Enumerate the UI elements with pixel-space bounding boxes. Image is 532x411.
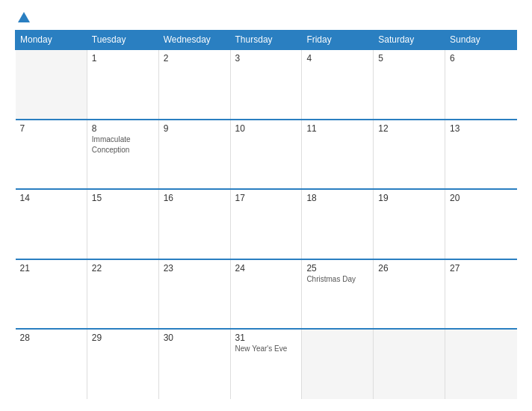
calendar-cell: 8Immaculate Conception (87, 120, 158, 190)
calendar-event: Christmas Day (306, 275, 356, 283)
week-row-3: 2122232425Christmas Day2627 (16, 259, 517, 330)
calendar-cell: 31New Year's Eve (230, 329, 302, 399)
calendar-cell (374, 329, 445, 399)
calendar-cell: 6 (445, 49, 517, 120)
weekday-header-wednesday: Wednesday (158, 31, 230, 50)
calendar-cell: 15 (87, 189, 158, 259)
day-number: 20 (450, 193, 512, 203)
day-number: 6 (450, 53, 512, 64)
day-number: 24 (235, 263, 297, 274)
calendar-cell: 23 (158, 259, 230, 330)
weekday-header-monday: Monday (16, 31, 87, 50)
calendar-cell: 1 (87, 49, 158, 120)
weekday-header-row: MondayTuesdayWednesdayThursdayFridaySatu… (16, 31, 517, 50)
calendar-cell: 30 (158, 329, 230, 399)
calendar-cell (445, 329, 517, 399)
day-number: 10 (235, 123, 297, 134)
calendar-cell: 5 (374, 49, 445, 120)
day-number: 17 (235, 193, 297, 203)
calendar-page: MondayTuesdayWednesdayThursdayFridaySatu… (0, 0, 532, 411)
weekday-header-friday: Friday (302, 31, 374, 50)
day-number: 8 (92, 123, 154, 134)
day-number: 25 (306, 263, 368, 274)
week-row-2: 14151617181920 (16, 189, 517, 259)
day-number: 18 (306, 193, 368, 203)
weekday-header-saturday: Saturday (374, 31, 445, 50)
calendar-cell: 22 (87, 259, 158, 330)
calendar-tbody: 12345678Immaculate Conception91011121314… (16, 49, 517, 399)
calendar-cell: 16 (158, 189, 230, 259)
day-number: 5 (378, 53, 440, 64)
week-row-4: 28293031New Year's Eve (16, 329, 517, 399)
calendar-cell: 2 (158, 49, 230, 120)
day-number: 11 (306, 123, 368, 134)
calendar-cell: 13 (445, 120, 517, 190)
calendar-cell (16, 49, 87, 120)
calendar-cell: 29 (87, 329, 158, 399)
day-number: 31 (235, 333, 297, 343)
day-number: 19 (378, 193, 440, 203)
day-number: 30 (164, 333, 226, 343)
day-number: 27 (450, 263, 512, 274)
day-number: 13 (450, 123, 512, 134)
calendar-thead: MondayTuesdayWednesdayThursdayFridaySatu… (16, 31, 517, 50)
calendar-cell: 27 (445, 259, 517, 330)
calendar-cell: 9 (158, 120, 230, 190)
calendar-cell: 28 (16, 329, 87, 399)
day-number: 29 (92, 333, 154, 343)
weekday-header-sunday: Sunday (445, 31, 517, 50)
calendar-cell (302, 329, 374, 399)
calendar-cell: 14 (16, 189, 87, 259)
calendar-cell: 25Christmas Day (302, 259, 374, 330)
calendar-cell: 26 (374, 259, 445, 330)
calendar-cell: 10 (230, 120, 302, 190)
calendar-cell: 11 (302, 120, 374, 190)
day-number: 14 (20, 193, 82, 203)
calendar-cell: 20 (445, 189, 517, 259)
day-number: 15 (92, 193, 154, 203)
calendar-event: New Year's Eve (235, 344, 288, 353)
day-number: 2 (164, 53, 226, 64)
day-number: 22 (92, 263, 154, 274)
calendar-table: MondayTuesdayWednesdayThursdayFridaySatu… (15, 30, 517, 399)
calendar-cell: 7 (16, 120, 87, 190)
calendar-event: Immaculate Conception (92, 135, 131, 154)
week-row-1: 78Immaculate Conception910111213 (16, 120, 517, 190)
day-number: 9 (164, 123, 226, 134)
calendar-cell: 17 (230, 189, 302, 259)
calendar-cell: 24 (230, 259, 302, 330)
logo (15, 12, 30, 22)
calendar-cell: 18 (302, 189, 374, 259)
calendar-cell: 3 (230, 49, 302, 120)
day-number: 3 (235, 53, 297, 64)
day-number: 21 (20, 263, 82, 274)
calendar-cell: 12 (374, 120, 445, 190)
calendar-cell: 4 (302, 49, 374, 120)
day-number: 23 (164, 263, 226, 274)
weekday-header-thursday: Thursday (230, 31, 302, 50)
day-number: 7 (20, 123, 82, 134)
weekday-header-tuesday: Tuesday (87, 31, 158, 50)
day-number: 1 (92, 53, 154, 64)
week-row-0: 123456 (16, 49, 517, 120)
logo-triangle-icon (18, 12, 30, 22)
day-number: 16 (164, 193, 226, 203)
calendar-cell: 19 (374, 189, 445, 259)
day-number: 4 (306, 53, 368, 64)
day-number: 12 (378, 123, 440, 134)
day-number: 26 (378, 263, 440, 274)
calendar-cell: 21 (16, 259, 87, 330)
calendar-header (15, 12, 517, 22)
day-number: 28 (20, 333, 82, 343)
